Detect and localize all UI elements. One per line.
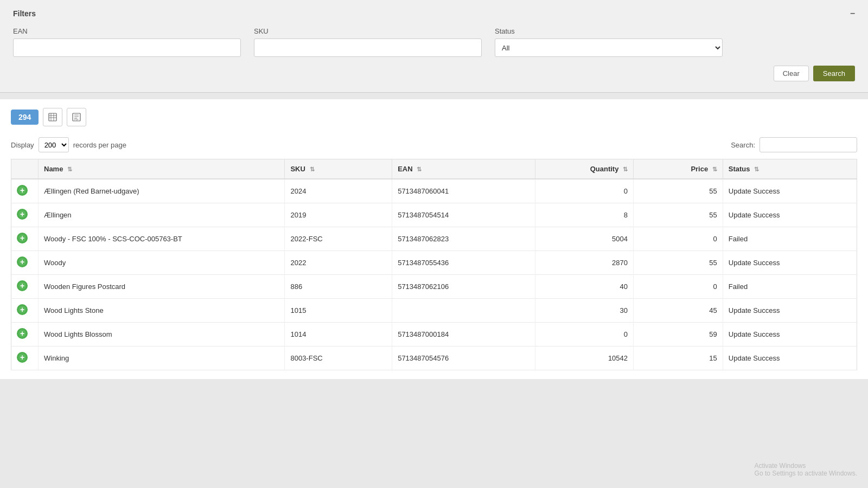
ean-label: EAN: [13, 27, 241, 35]
row-status-icon[interactable]: [17, 352, 28, 363]
row-status-cell: Failed: [723, 275, 857, 299]
row-icon-cell[interactable]: [11, 275, 39, 299]
filters-fields: EAN SKU Status All Update Success Failed: [13, 27, 855, 57]
row-name-cell: Woody: [39, 251, 285, 275]
row-sku-cell: 8003-FSC: [285, 346, 392, 370]
row-ean-cell: 5713487060041: [392, 179, 535, 203]
display-controls: Display 50 100 200 500 records per page …: [11, 137, 857, 152]
clear-button[interactable]: Clear: [774, 66, 809, 81]
row-price-cell: 15: [634, 346, 723, 370]
row-status-cell: Update Success: [723, 179, 857, 203]
row-price-cell: 55: [634, 203, 723, 227]
col-header-ean[interactable]: EAN ⇅: [392, 159, 535, 179]
row-status-cell: Update Success: [723, 323, 857, 346]
row-icon-cell[interactable]: [11, 179, 39, 203]
table-row: Ællingen (Red Barnet-udgave) 2024 571348…: [11, 179, 857, 203]
filters-actions: Clear Search: [13, 66, 855, 81]
sku-sort-icon[interactable]: ⇅: [310, 166, 315, 173]
inline-search-label: Search:: [731, 141, 755, 149]
row-icon-cell[interactable]: [11, 227, 39, 251]
record-count-badge: 294: [11, 110, 39, 125]
row-status-cell: Update Success: [723, 251, 857, 275]
row-status-icon[interactable]: [17, 209, 28, 220]
filters-collapse-icon[interactable]: −: [850, 9, 855, 18]
row-qty-cell: 40: [535, 275, 633, 299]
row-price-cell: 59: [634, 323, 723, 346]
row-icon-cell[interactable]: [11, 251, 39, 275]
sku-label: SKU: [254, 27, 482, 35]
row-price-cell: 0: [634, 275, 723, 299]
table-row: Winking 8003-FSC 5713487054576 10542 15 …: [11, 346, 857, 370]
row-icon-cell[interactable]: [11, 346, 39, 370]
row-ean-cell: 5713487000184: [392, 323, 535, 346]
row-name-cell: Winking: [39, 346, 285, 370]
status-select[interactable]: All Update Success Failed: [495, 38, 723, 57]
sku-input[interactable]: [254, 38, 482, 57]
qty-sort-icon[interactable]: ⇅: [623, 166, 628, 173]
row-name-cell: Woody - FSC 100% - SCS-COC-005763-BT: [39, 227, 285, 251]
table-row: Wood Lights Stone 1015 30 45 Update Succ…: [11, 299, 857, 323]
row-qty-cell: 2870: [535, 251, 633, 275]
svg-rect-0: [49, 113, 56, 121]
row-sku-cell: 2024: [285, 179, 392, 203]
row-name-cell: Wood Lights Blossom: [39, 323, 285, 346]
row-icon-cell[interactable]: [11, 299, 39, 323]
row-qty-cell: 8: [535, 203, 633, 227]
display-right: Search:: [731, 137, 857, 152]
row-name-cell: Ællingen (Red Barnet-udgave): [39, 179, 285, 203]
row-sku-cell: 1014: [285, 323, 392, 346]
row-price-cell: 55: [634, 251, 723, 275]
table-row: Woody 2022 5713487055436 2870 55 Update …: [11, 251, 857, 275]
search-button[interactable]: Search: [813, 66, 855, 81]
filters-panel: Filters − EAN SKU Status All Update Succ…: [0, 0, 868, 93]
status-sort-icon[interactable]: ⇅: [754, 166, 759, 173]
row-icon-cell[interactable]: [11, 203, 39, 227]
col-header-status[interactable]: Status ⇅: [723, 159, 857, 179]
csv-icon: [48, 113, 57, 121]
export-csv-button[interactable]: [43, 108, 62, 126]
row-ean-cell: 5713487062106: [392, 275, 535, 299]
row-qty-cell: 10542: [535, 346, 633, 370]
name-sort-icon[interactable]: ⇅: [67, 166, 72, 173]
inline-search-input[interactable]: [760, 137, 857, 152]
svg-text:PDF: PDF: [74, 118, 79, 121]
col-header-icon: [11, 159, 39, 179]
ean-filter-group: EAN: [13, 27, 241, 57]
price-sort-icon[interactable]: ⇅: [712, 166, 717, 173]
status-label: Status: [495, 27, 723, 35]
display-label: Display: [11, 141, 34, 149]
row-status-icon[interactable]: [17, 328, 28, 339]
row-status-icon[interactable]: [17, 233, 28, 243]
table-row: Wood Lights Blossom 1014 5713487000184 0…: [11, 323, 857, 346]
row-status-icon[interactable]: [17, 304, 28, 315]
main-content: 294 PDF Display 50: [0, 99, 868, 379]
table-row: Woody - FSC 100% - SCS-COC-005763-BT 202…: [11, 227, 857, 251]
row-status-icon[interactable]: [17, 256, 28, 267]
row-icon-cell[interactable]: [11, 323, 39, 346]
per-page-select[interactable]: 50 100 200 500: [39, 137, 69, 152]
col-header-quantity[interactable]: Quantity ⇅: [535, 159, 633, 179]
status-filter-group: Status All Update Success Failed: [495, 27, 723, 57]
row-ean-cell: 5713487062823: [392, 227, 535, 251]
col-header-sku[interactable]: SKU ⇅: [285, 159, 392, 179]
row-status-cell: Update Success: [723, 299, 857, 323]
row-status-icon[interactable]: [17, 185, 28, 196]
display-left: Display 50 100 200 500 records per page: [11, 137, 126, 152]
col-header-name[interactable]: Name ⇅: [39, 159, 285, 179]
row-status-icon[interactable]: [17, 280, 28, 291]
pdf-icon: PDF: [72, 113, 81, 121]
row-qty-cell: 5004: [535, 227, 633, 251]
col-header-price[interactable]: Price ⇅: [634, 159, 723, 179]
row-ean-cell: [392, 299, 535, 323]
row-sku-cell: 2019: [285, 203, 392, 227]
ean-sort-icon[interactable]: ⇅: [417, 166, 422, 173]
export-pdf-button[interactable]: PDF: [67, 108, 86, 126]
ean-input[interactable]: [13, 38, 241, 57]
table-header: Name ⇅ SKU ⇅ EAN ⇅ Quantity ⇅ Price ⇅ St…: [11, 159, 857, 179]
filters-header: Filters −: [13, 9, 855, 18]
row-sku-cell: 2022: [285, 251, 392, 275]
row-status-cell: Update Success: [723, 346, 857, 370]
sku-filter-group: SKU: [254, 27, 482, 57]
row-sku-cell: 2022-FSC: [285, 227, 392, 251]
row-sku-cell: 886: [285, 275, 392, 299]
